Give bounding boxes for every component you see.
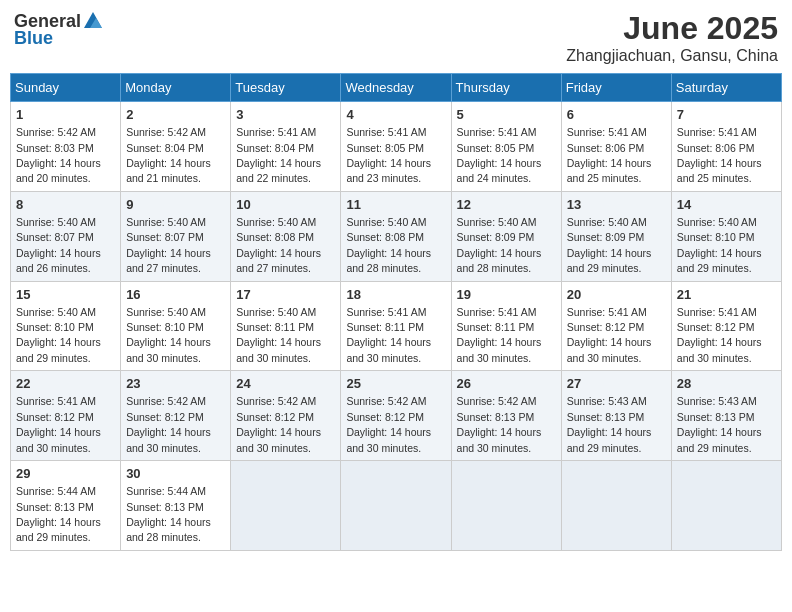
- calendar-day-cell: 25Sunrise: 5:42 AM Sunset: 8:12 PM Dayli…: [341, 371, 451, 461]
- day-info: Sunrise: 5:43 AM Sunset: 8:13 PM Dayligh…: [677, 395, 762, 453]
- calendar-day-cell: 30Sunrise: 5:44 AM Sunset: 8:13 PM Dayli…: [121, 461, 231, 551]
- calendar-day-cell: 19Sunrise: 5:41 AM Sunset: 8:11 PM Dayli…: [451, 281, 561, 371]
- calendar-day-cell: 10Sunrise: 5:40 AM Sunset: 8:08 PM Dayli…: [231, 191, 341, 281]
- calendar-day-cell: 12Sunrise: 5:40 AM Sunset: 8:09 PM Dayli…: [451, 191, 561, 281]
- day-number: 26: [457, 375, 556, 393]
- calendar-day-cell: 8Sunrise: 5:40 AM Sunset: 8:07 PM Daylig…: [11, 191, 121, 281]
- column-header-monday: Monday: [121, 74, 231, 102]
- column-header-friday: Friday: [561, 74, 671, 102]
- day-info: Sunrise: 5:41 AM Sunset: 8:11 PM Dayligh…: [457, 306, 542, 364]
- calendar-day-cell: [341, 461, 451, 551]
- day-number: 4: [346, 106, 445, 124]
- day-number: 11: [346, 196, 445, 214]
- day-info: Sunrise: 5:40 AM Sunset: 8:10 PM Dayligh…: [677, 216, 762, 274]
- day-info: Sunrise: 5:42 AM Sunset: 8:04 PM Dayligh…: [126, 126, 211, 184]
- calendar-day-cell: 22Sunrise: 5:41 AM Sunset: 8:12 PM Dayli…: [11, 371, 121, 461]
- calendar-day-cell: [451, 461, 561, 551]
- calendar-week-row: 15Sunrise: 5:40 AM Sunset: 8:10 PM Dayli…: [11, 281, 782, 371]
- location-title: Zhangjiachuan, Gansu, China: [566, 47, 778, 65]
- calendar-day-cell: [671, 461, 781, 551]
- day-number: 20: [567, 286, 666, 304]
- day-number: 28: [677, 375, 776, 393]
- column-header-wednesday: Wednesday: [341, 74, 451, 102]
- calendar-day-cell: 5Sunrise: 5:41 AM Sunset: 8:05 PM Daylig…: [451, 102, 561, 192]
- day-info: Sunrise: 5:41 AM Sunset: 8:11 PM Dayligh…: [346, 306, 431, 364]
- day-number: 15: [16, 286, 115, 304]
- calendar-week-row: 29Sunrise: 5:44 AM Sunset: 8:13 PM Dayli…: [11, 461, 782, 551]
- day-info: Sunrise: 5:40 AM Sunset: 8:09 PM Dayligh…: [567, 216, 652, 274]
- month-title: June 2025: [566, 10, 778, 47]
- page-header: General Blue June 2025 Zhangjiachuan, Ga…: [10, 10, 782, 65]
- day-number: 5: [457, 106, 556, 124]
- day-info: Sunrise: 5:40 AM Sunset: 8:08 PM Dayligh…: [346, 216, 431, 274]
- calendar-day-cell: 21Sunrise: 5:41 AM Sunset: 8:12 PM Dayli…: [671, 281, 781, 371]
- calendar-day-cell: 18Sunrise: 5:41 AM Sunset: 8:11 PM Dayli…: [341, 281, 451, 371]
- calendar-day-cell: [561, 461, 671, 551]
- calendar-day-cell: 7Sunrise: 5:41 AM Sunset: 8:06 PM Daylig…: [671, 102, 781, 192]
- calendar-header-row: SundayMondayTuesdayWednesdayThursdayFrid…: [11, 74, 782, 102]
- day-info: Sunrise: 5:40 AM Sunset: 8:08 PM Dayligh…: [236, 216, 321, 274]
- column-header-sunday: Sunday: [11, 74, 121, 102]
- day-number: 18: [346, 286, 445, 304]
- calendar-day-cell: 29Sunrise: 5:44 AM Sunset: 8:13 PM Dayli…: [11, 461, 121, 551]
- calendar-day-cell: 13Sunrise: 5:40 AM Sunset: 8:09 PM Dayli…: [561, 191, 671, 281]
- day-number: 16: [126, 286, 225, 304]
- day-number: 14: [677, 196, 776, 214]
- day-number: 21: [677, 286, 776, 304]
- calendar-day-cell: 28Sunrise: 5:43 AM Sunset: 8:13 PM Dayli…: [671, 371, 781, 461]
- day-info: Sunrise: 5:40 AM Sunset: 8:10 PM Dayligh…: [126, 306, 211, 364]
- day-info: Sunrise: 5:42 AM Sunset: 8:03 PM Dayligh…: [16, 126, 101, 184]
- calendar-day-cell: 9Sunrise: 5:40 AM Sunset: 8:07 PM Daylig…: [121, 191, 231, 281]
- day-number: 30: [126, 465, 225, 483]
- day-info: Sunrise: 5:42 AM Sunset: 8:12 PM Dayligh…: [236, 395, 321, 453]
- day-number: 19: [457, 286, 556, 304]
- day-info: Sunrise: 5:41 AM Sunset: 8:06 PM Dayligh…: [677, 126, 762, 184]
- day-number: 9: [126, 196, 225, 214]
- day-info: Sunrise: 5:40 AM Sunset: 8:10 PM Dayligh…: [16, 306, 101, 364]
- day-info: Sunrise: 5:44 AM Sunset: 8:13 PM Dayligh…: [16, 485, 101, 543]
- day-info: Sunrise: 5:40 AM Sunset: 8:09 PM Dayligh…: [457, 216, 542, 274]
- calendar-day-cell: 1Sunrise: 5:42 AM Sunset: 8:03 PM Daylig…: [11, 102, 121, 192]
- calendar-day-cell: 24Sunrise: 5:42 AM Sunset: 8:12 PM Dayli…: [231, 371, 341, 461]
- calendar-day-cell: 14Sunrise: 5:40 AM Sunset: 8:10 PM Dayli…: [671, 191, 781, 281]
- day-info: Sunrise: 5:41 AM Sunset: 8:12 PM Dayligh…: [677, 306, 762, 364]
- day-number: 2: [126, 106, 225, 124]
- logo-icon: [82, 10, 104, 32]
- day-number: 3: [236, 106, 335, 124]
- calendar-day-cell: 26Sunrise: 5:42 AM Sunset: 8:13 PM Dayli…: [451, 371, 561, 461]
- day-number: 13: [567, 196, 666, 214]
- column-header-tuesday: Tuesday: [231, 74, 341, 102]
- day-number: 27: [567, 375, 666, 393]
- day-number: 1: [16, 106, 115, 124]
- day-info: Sunrise: 5:42 AM Sunset: 8:12 PM Dayligh…: [126, 395, 211, 453]
- day-info: Sunrise: 5:41 AM Sunset: 8:04 PM Dayligh…: [236, 126, 321, 184]
- day-number: 25: [346, 375, 445, 393]
- day-info: Sunrise: 5:41 AM Sunset: 8:05 PM Dayligh…: [457, 126, 542, 184]
- column-header-thursday: Thursday: [451, 74, 561, 102]
- day-number: 24: [236, 375, 335, 393]
- day-info: Sunrise: 5:41 AM Sunset: 8:05 PM Dayligh…: [346, 126, 431, 184]
- logo: General Blue: [14, 10, 105, 49]
- logo-blue-text: Blue: [14, 28, 53, 49]
- day-number: 10: [236, 196, 335, 214]
- calendar-day-cell: 17Sunrise: 5:40 AM Sunset: 8:11 PM Dayli…: [231, 281, 341, 371]
- calendar-day-cell: 3Sunrise: 5:41 AM Sunset: 8:04 PM Daylig…: [231, 102, 341, 192]
- column-header-saturday: Saturday: [671, 74, 781, 102]
- calendar-day-cell: 16Sunrise: 5:40 AM Sunset: 8:10 PM Dayli…: [121, 281, 231, 371]
- calendar-day-cell: 4Sunrise: 5:41 AM Sunset: 8:05 PM Daylig…: [341, 102, 451, 192]
- title-area: June 2025 Zhangjiachuan, Gansu, China: [566, 10, 778, 65]
- day-number: 29: [16, 465, 115, 483]
- day-info: Sunrise: 5:42 AM Sunset: 8:12 PM Dayligh…: [346, 395, 431, 453]
- day-number: 7: [677, 106, 776, 124]
- day-info: Sunrise: 5:44 AM Sunset: 8:13 PM Dayligh…: [126, 485, 211, 543]
- day-number: 17: [236, 286, 335, 304]
- calendar-day-cell: 15Sunrise: 5:40 AM Sunset: 8:10 PM Dayli…: [11, 281, 121, 371]
- day-info: Sunrise: 5:40 AM Sunset: 8:07 PM Dayligh…: [126, 216, 211, 274]
- day-number: 23: [126, 375, 225, 393]
- calendar-week-row: 1Sunrise: 5:42 AM Sunset: 8:03 PM Daylig…: [11, 102, 782, 192]
- calendar-day-cell: [231, 461, 341, 551]
- calendar-week-row: 22Sunrise: 5:41 AM Sunset: 8:12 PM Dayli…: [11, 371, 782, 461]
- calendar-table: SundayMondayTuesdayWednesdayThursdayFrid…: [10, 73, 782, 551]
- day-number: 12: [457, 196, 556, 214]
- day-info: Sunrise: 5:40 AM Sunset: 8:11 PM Dayligh…: [236, 306, 321, 364]
